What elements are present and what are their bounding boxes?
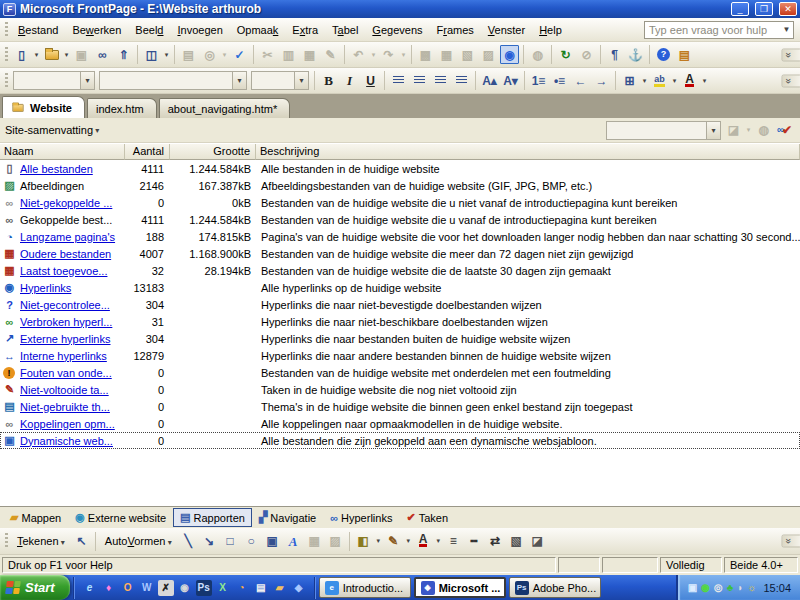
column-header-naam[interactable]: Naam: [0, 144, 125, 160]
insert-diagram-button[interactable]: ▦: [305, 532, 324, 551]
new-page-dropdown-arrow[interactable]: ▾: [32, 51, 41, 59]
report-row-laatst-toegevoe[interactable]: ▦Laatst toegevoe...3228.194kBBestanden v…: [0, 262, 800, 279]
column-header-beschrijving[interactable]: Beschrijving: [256, 144, 800, 160]
line-tool-button[interactable]: ╲: [179, 532, 198, 551]
menu-bewerken[interactable]: Bewerken: [65, 22, 128, 38]
report-row-verbroken-hyperl[interactable]: ∞Verbroken hyperl...31Hyperlinks die naa…: [0, 313, 800, 330]
toolbar-options-chevron[interactable]: »: [782, 48, 800, 61]
scheduler-app-icon[interactable]: ◔: [234, 580, 250, 596]
arrow-tool-button[interactable]: ↘: [200, 532, 219, 551]
align-left-button[interactable]: [389, 71, 408, 90]
find-button[interactable]: ∞: [93, 45, 112, 64]
format-painter-button[interactable]: ✎: [321, 45, 340, 64]
help-button[interactable]: ?: [654, 45, 673, 64]
autovormen-button[interactable]: AutoVormen ▾: [99, 533, 178, 549]
toolbar-options-chevron[interactable]: »: [782, 535, 800, 548]
taskbar-window-adobe-pho[interactable]: PsAdobe Pho...: [509, 577, 601, 598]
tab-index-htm[interactable]: index.htm: [87, 98, 157, 118]
tab-about-navigating-htm[interactable]: about_navigating.htm*: [159, 98, 290, 118]
font-color-button[interactable]: A: [680, 71, 699, 90]
toolbar-options-chevron[interactable]: »: [782, 74, 800, 87]
draw-font-color-button[interactable]: A: [414, 532, 433, 551]
text-box-tool-button[interactable]: ▣: [263, 532, 282, 551]
antivirus-tray-icon[interactable]: ◉: [701, 582, 710, 593]
toggle-pane-button[interactable]: ◫: [142, 45, 161, 64]
folder-icon[interactable]: ▰: [272, 580, 288, 596]
cut-button[interactable]: ✂: [258, 45, 277, 64]
report-row-gekoppelde-best[interactable]: ∞Gekoppelde best...41111.244.584kBBestan…: [0, 211, 800, 228]
menu-bestand[interactable]: Bestand: [11, 22, 65, 38]
maximize-button[interactable]: ❐: [755, 2, 773, 16]
underline-button[interactable]: U: [361, 71, 380, 90]
line-color-button[interactable]: ✎: [384, 532, 403, 551]
style-combo-arrow-icon[interactable]: ▾: [80, 72, 94, 89]
align-center-button[interactable]: [410, 71, 429, 90]
minimize-button[interactable]: _: [731, 2, 749, 16]
toggle-pane-dropdown-arrow[interactable]: ▾: [162, 51, 171, 59]
open-dropdown-arrow[interactable]: ▾: [62, 51, 71, 59]
report-row-alle-bestanden[interactable]: ▯Alle bestanden41111.244.584kBAlle besta…: [0, 160, 800, 177]
column-header-grootte[interactable]: Grootte: [170, 144, 256, 160]
highlight-color-button[interactable]: ab: [650, 71, 669, 90]
report-link-fouten-van-onde[interactable]: Fouten van onde...: [20, 367, 112, 379]
view-tab-navigatie[interactable]: ▞Navigatie: [252, 508, 323, 527]
report-link-niet-gecontrolee[interactable]: Niet-gecontrolee...: [20, 299, 110, 311]
decrease-font-size-button[interactable]: A▾: [501, 71, 520, 90]
align-right-button[interactable]: [431, 71, 450, 90]
report-row-koppelingen-opm[interactable]: ∞Koppelingen opm...0Alle koppelingen naa…: [0, 415, 800, 432]
view-tab-hyperlinks[interactable]: ∞Hyperlinks: [323, 509, 399, 527]
print-preview-dropdown-arrow[interactable]: ▾: [220, 51, 229, 59]
view-tab-taken[interactable]: ✔Taken: [399, 508, 455, 527]
internet-explorer-icon[interactable]: e: [82, 580, 98, 596]
font-color-dropdown-arrow[interactable]: ▾: [700, 77, 709, 85]
report-filter[interactable]: ▾: [606, 121, 721, 140]
print-preview-button[interactable]: ◎: [200, 45, 219, 64]
taskbar-window-introductio[interactable]: eIntroductio...: [319, 577, 411, 598]
start-button[interactable]: Start: [0, 575, 70, 600]
report-link-interne-hyperlinks[interactable]: Interne hyperlinks: [20, 350, 107, 362]
report-link-alle-bestanden[interactable]: Alle bestanden: [20, 163, 93, 175]
report-globe-button[interactable]: ◍: [754, 121, 773, 140]
redo-button[interactable]: ↷: [379, 45, 398, 64]
report-filter-arrow-icon[interactable]: ▾: [706, 122, 720, 139]
menu-frames[interactable]: Frames: [430, 22, 481, 38]
style-combo[interactable]: ▾: [13, 71, 95, 90]
open-button[interactable]: [42, 45, 61, 64]
toolbar-grip[interactable]: [5, 533, 8, 549]
3d-style-button[interactable]: ◪: [528, 532, 547, 551]
paste-button[interactable]: ▦: [300, 45, 319, 64]
report-row-externe-hyperlinks[interactable]: ↗Externe hyperlinks304Hyperlinks die naa…: [0, 330, 800, 347]
report-row-interne-hyperlinks[interactable]: ↔Interne hyperlinks12879Hyperlinks die n…: [0, 347, 800, 364]
report-link-laatst-toegevoe[interactable]: Laatst toegevoe...: [20, 265, 107, 277]
report-link-externe-hyperlinks[interactable]: Externe hyperlinks: [20, 333, 111, 345]
report-link-oudere-bestanden[interactable]: Oudere bestanden: [20, 248, 111, 260]
dash-style-button[interactable]: ╍: [465, 532, 484, 551]
view-tab-rapporten[interactable]: ▤Rapporten: [173, 508, 252, 527]
line-color-dropdown-arrow[interactable]: ▾: [404, 537, 413, 545]
fill-color-dropdown-arrow[interactable]: ▾: [374, 537, 383, 545]
photoshop-icon[interactable]: Ps: [196, 580, 212, 596]
folder-list-button[interactable]: ▤: [675, 45, 694, 64]
mouse-tray-icon[interactable]: ◗: [737, 582, 743, 593]
arrow-style-button[interactable]: ⇄: [486, 532, 505, 551]
spelling-button[interactable]: ✓: [230, 45, 249, 64]
borders-button[interactable]: ⊞: [620, 71, 639, 90]
report-row-langzame-pagina-s[interactable]: ◔Langzame pagina's188174.815kBPagina's v…: [0, 228, 800, 245]
insert-picture-button[interactable]: ▨: [479, 45, 498, 64]
view-tab-mappen[interactable]: ▰Mappen: [3, 508, 68, 527]
report-row-niet-gecontrolee[interactable]: ?Niet-gecontrolee...304Hyperlinks die na…: [0, 296, 800, 313]
report-link-niet-gekoppelde[interactable]: Niet-gekoppelde ...: [20, 197, 112, 209]
draw-font-color-dropdown-arrow[interactable]: ▾: [434, 537, 443, 545]
report-link-hyperlinks[interactable]: Hyperlinks: [20, 282, 71, 294]
report-link-dynamische-web[interactable]: Dynamische web...: [20, 435, 113, 447]
menu-opmaak[interactable]: Opmaak: [230, 22, 286, 38]
copy-button[interactable]: ▥: [279, 45, 298, 64]
publish-website-button[interactable]: ⇑: [114, 45, 133, 64]
save-button[interactable]: ▣: [72, 45, 91, 64]
insert-hyperlink-button[interactable]: ◉: [500, 45, 519, 64]
tekenen-button[interactable]: Tekenen ▾: [11, 533, 71, 549]
refresh-button[interactable]: ↻: [556, 45, 575, 64]
redo-dropdown-arrow[interactable]: ▾: [399, 51, 408, 59]
report-row-niet-gekoppelde[interactable]: ∞Niet-gekoppelde ...00kBBestanden van de…: [0, 194, 800, 211]
toolbar-grip[interactable]: [5, 73, 8, 89]
